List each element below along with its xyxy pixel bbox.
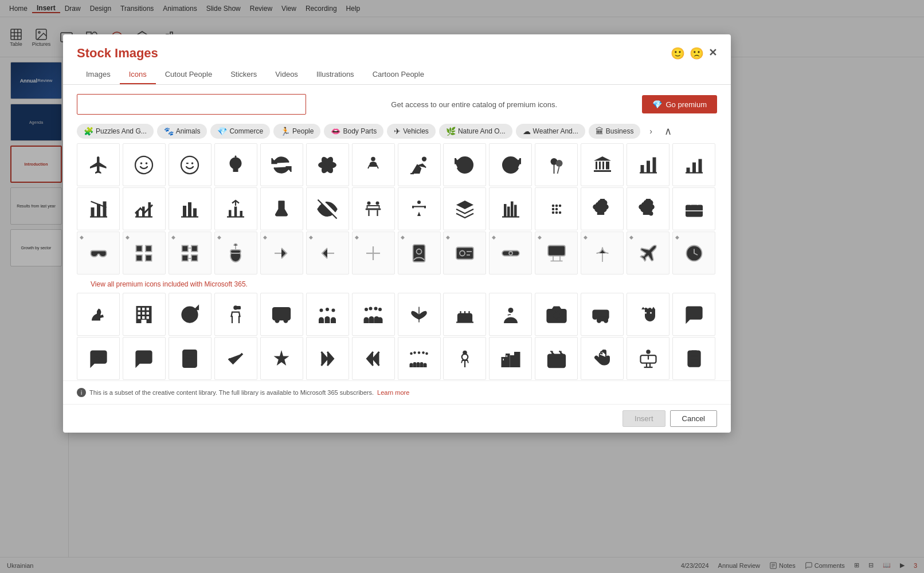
icon-pushup[interactable]	[398, 143, 441, 186]
category-business[interactable]: 🏛 Business	[589, 124, 641, 139]
icon-acorn-premium[interactable]: ◆	[214, 231, 257, 274]
icon-nature-premium[interactable]: ◆	[581, 231, 624, 274]
icon-crowd-small[interactable]	[306, 293, 349, 336]
icon-headphone-person[interactable]	[489, 293, 532, 336]
icon-city[interactable]	[489, 337, 532, 380]
learn-more-link[interactable]: Learn more	[377, 389, 409, 396]
icon-airplane[interactable]	[77, 143, 120, 186]
icon-flask[interactable]	[260, 187, 303, 230]
category-people[interactable]: 🏃 People	[273, 124, 320, 139]
icon-plus-premium[interactable]: ◆	[352, 231, 395, 274]
svg-point-154	[320, 308, 323, 312]
icon-grid2-premium[interactable]: ◆	[169, 231, 212, 274]
cancel-button[interactable]: Cancel	[670, 410, 717, 427]
view-premium-link[interactable]: View all premium icons included with Mic…	[91, 280, 248, 288]
icon-apple[interactable]	[214, 143, 257, 186]
icon-bandaid-premium[interactable]: ◆	[489, 231, 532, 274]
category-body-parts[interactable]: 👄 Body Parts	[324, 124, 383, 139]
icon-chart-up[interactable]	[123, 187, 166, 230]
icon-building[interactable]	[123, 293, 166, 336]
icon-arrows-double-right[interactable]	[306, 337, 349, 380]
tab-illustrations[interactable]: Illustrations	[307, 65, 363, 84]
icon-clapping[interactable]	[581, 337, 624, 380]
icon-atom[interactable]	[306, 143, 349, 186]
icon-contact-premium[interactable]: ◆	[398, 231, 441, 274]
icon-smiley-happy[interactable]	[123, 143, 166, 186]
icon-target[interactable]	[169, 293, 212, 336]
insert-button[interactable]: Insert	[622, 410, 665, 427]
close-icon[interactable]: ✕	[708, 46, 717, 60]
icon-burst[interactable]	[260, 337, 303, 380]
icon-chat-dots-2[interactable]	[123, 337, 166, 380]
icon-bank[interactable]	[581, 143, 624, 186]
smiley-positive-icon[interactable]: 🙂	[671, 46, 685, 60]
icon-clock-premium[interactable]: ◆	[672, 231, 715, 274]
tab-cartoon-people[interactable]: Cartoon People	[363, 65, 433, 84]
category-vehicles[interactable]: ✈ Vehicles	[387, 124, 436, 139]
icon-briefcase[interactable]	[672, 187, 715, 230]
icon-weightlifter[interactable]	[398, 187, 441, 230]
icon-recycle[interactable]	[260, 143, 303, 186]
category-weather[interactable]: ☁ Weather And...	[516, 124, 585, 139]
icon-cat[interactable]	[627, 293, 669, 336]
category-nature[interactable]: 🌿 Nature And O...	[439, 124, 512, 139]
tab-videos[interactable]: Videos	[266, 65, 307, 84]
tab-icons[interactable]: Icons	[120, 65, 156, 84]
icon-arrows-double-left[interactable]	[352, 337, 395, 380]
icon-plane-premium[interactable]: ◆	[627, 231, 669, 274]
tab-images[interactable]: Images	[77, 65, 120, 84]
tab-cutout-people[interactable]: Cutout People	[156, 65, 221, 84]
icon-chart-arrow[interactable]	[214, 187, 257, 230]
icon-dots-grid[interactable]	[535, 187, 578, 230]
scroll-right-arrow[interactable]: ›	[644, 124, 657, 138]
icon-3d-glasses-premium[interactable]: ◆	[77, 231, 120, 274]
icon-bus[interactable]	[260, 293, 303, 336]
icon-smiley-wink[interactable]	[169, 143, 212, 186]
category-commerce[interactable]: 💎 Commerce	[210, 124, 270, 139]
icon-person-flag[interactable]	[214, 293, 257, 336]
icon-chart-decrease[interactable]	[77, 187, 120, 230]
icon-dinosaur[interactable]	[77, 293, 120, 336]
icon-library-chart[interactable]	[489, 187, 532, 230]
icon-clipboard[interactable]	[672, 337, 715, 380]
icon-large-crowd[interactable]	[398, 337, 441, 380]
icon-eye-crossed[interactable]	[306, 187, 349, 230]
icon-stack[interactable]	[443, 187, 486, 230]
icon-undo[interactable]	[443, 143, 486, 186]
icon-balloons[interactable]	[535, 143, 578, 186]
category-puzzles[interactable]: 🧩 Puzzles And G...	[77, 124, 154, 139]
icon-bar-chart-1[interactable]	[627, 143, 669, 186]
icon-brain-gear[interactable]	[627, 187, 669, 230]
icon-arrow-right-premium[interactable]: ◆	[260, 231, 303, 274]
icon-checkmark[interactable]	[214, 337, 257, 380]
icon-clapboard[interactable]	[535, 337, 578, 380]
icon-brain[interactable]	[581, 187, 624, 230]
icon-baby[interactable]	[352, 143, 395, 186]
scroll-up-arrow[interactable]: ∧	[661, 124, 675, 138]
icon-arrow-left-premium[interactable]: ◆	[306, 231, 349, 274]
svg-rect-139	[142, 316, 145, 319]
icon-people-table[interactable]	[352, 187, 395, 230]
icon-column-chart[interactable]	[169, 187, 212, 230]
svg-point-160	[378, 308, 382, 311]
icon-butterfly[interactable]	[398, 293, 441, 336]
icon-car[interactable]	[581, 293, 624, 336]
icon-birthday-cake[interactable]	[443, 293, 486, 336]
icon-person-balloon[interactable]	[443, 337, 486, 380]
icon-chat-dots-1[interactable]	[77, 337, 120, 380]
icon-id-card-premium[interactable]: ◆	[443, 231, 486, 274]
icon-presenter[interactable]	[627, 337, 669, 380]
icon-crowd-medium[interactable]	[352, 293, 395, 336]
icon-camera[interactable]	[535, 293, 578, 336]
go-premium-button[interactable]: 💎 Go premium	[642, 95, 717, 113]
search-input[interactable]	[77, 94, 306, 115]
icon-bar-chart-2[interactable]	[672, 143, 715, 186]
category-animals[interactable]: 🐾 Animals	[157, 124, 207, 139]
tab-stickers[interactable]: Stickers	[221, 65, 266, 84]
smiley-negative-icon[interactable]: 🙁	[690, 46, 704, 60]
icon-checklist[interactable]	[169, 337, 212, 380]
icon-billboard-premium[interactable]: ◆	[535, 231, 578, 274]
icon-redo[interactable]	[489, 143, 532, 186]
icon-chat-bubbles[interactable]	[672, 293, 715, 336]
icon-grid-premium[interactable]: ◆	[123, 231, 166, 274]
